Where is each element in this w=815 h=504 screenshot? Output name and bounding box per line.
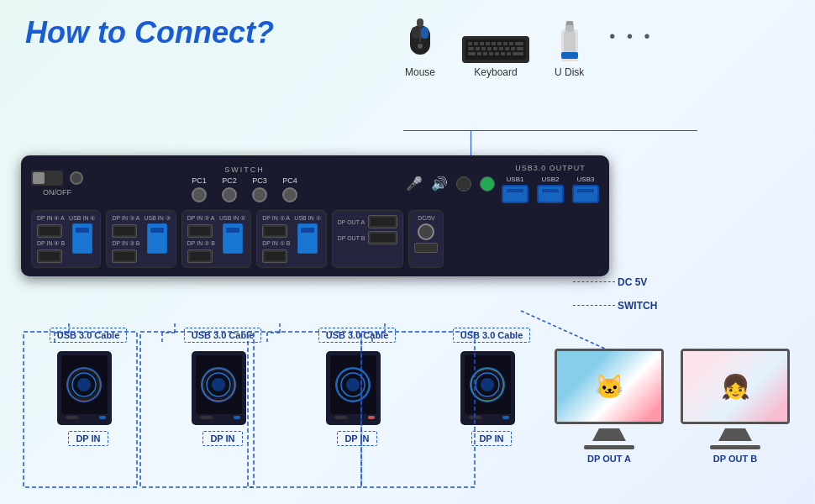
- udisk-peripheral: U Disk: [555, 17, 584, 78]
- pc-groups-section: USB 3.0 Cable DP IN USB 3.0 Cable: [21, 328, 559, 446]
- dp-out-a-label: DP OUT A: [338, 219, 365, 225]
- monitor-a-label: DP OUT A: [587, 454, 631, 464]
- svg-point-69: [481, 378, 494, 391]
- mouse-label: Mouse: [405, 66, 435, 78]
- pc4-usb-column: USB IN ④: [69, 215, 95, 263]
- pc2-usb-label: USB IN ②: [219, 215, 245, 222]
- dc5v-annotation: DC 5V: [618, 276, 647, 288]
- power-switch[interactable]: [31, 171, 63, 186]
- pc1-dpb-label: DP IN ① B: [262, 240, 290, 247]
- usb3-label: USB3: [577, 176, 595, 183]
- svg-point-61: [346, 378, 360, 391]
- svg-rect-35: [564, 32, 576, 53]
- pc4-dpa-port: [37, 224, 62, 238]
- svg-rect-63: [368, 416, 375, 419]
- pc4-button[interactable]: [282, 187, 297, 202]
- svg-point-2: [418, 44, 423, 49]
- pc2-module: DP IN ② A DP IN ② B USB IN ②: [181, 210, 251, 268]
- pc3-dp-column: DP IN ③ A DP IN ③ B: [112, 215, 139, 263]
- usb-output-label: USB3.0 OUTPUT: [515, 164, 586, 172]
- pc1-usb-column: USB IN ①: [294, 215, 320, 263]
- dots-icon: • • •: [609, 27, 653, 46]
- svg-rect-71: [502, 416, 509, 419]
- keyboard-icon: [462, 36, 529, 63]
- svg-point-52: [212, 378, 225, 391]
- pc1-dpa-label: DP IN ① A: [262, 215, 290, 222]
- kvm-device: ON/OFF SWITCH PC1 PC2 PC3 PC4: [21, 155, 609, 276]
- switch-label: SWITCH: [90, 165, 399, 174]
- monitor-b-image: 👧: [683, 351, 787, 422]
- switch-pc2[interactable]: PC2: [222, 176, 237, 202]
- power-label: ON/OFF: [43, 188, 71, 197]
- pc2-group: USB 3.0 Cable DP IN: [290, 328, 424, 446]
- switch-pc1[interactable]: PC1: [192, 176, 207, 202]
- pc3-dpb-port: [112, 249, 137, 263]
- pc1-usb-label: USB IN ①: [294, 215, 320, 222]
- dp-out-b-port: [368, 231, 397, 244]
- pc3-label: PC3: [252, 176, 267, 185]
- svg-rect-26: [468, 52, 476, 55]
- pc1-group: USB 3.0 Cable DP IN: [424, 328, 559, 446]
- svg-rect-17: [468, 47, 474, 50]
- monitor-b-label: DP OUT B: [713, 454, 757, 464]
- svg-rect-27: [477, 52, 481, 55]
- pc4-group: USB 3.0 Cable DP IN: [21, 328, 155, 446]
- pc3-dpa-label: DP IN ③ A: [112, 215, 139, 222]
- power-knob: [33, 172, 45, 184]
- svg-rect-21: [493, 47, 497, 50]
- dp-out-b-row: DP OUT B: [338, 231, 398, 244]
- svg-rect-4: [421, 27, 429, 39]
- mouse-icon: [403, 17, 437, 63]
- pc4-cable-label: USB 3.0 Cable: [50, 328, 128, 343]
- monitor-a-image: 🐱: [557, 351, 661, 422]
- svg-rect-38: [566, 21, 573, 25]
- dp-out-a-port: [368, 215, 397, 228]
- svg-rect-13: [497, 42, 502, 45]
- pc2-tower-icon: [322, 347, 393, 427]
- switch-pc3[interactable]: PC3: [252, 176, 267, 202]
- pc4-dp-in-label: DP IN: [68, 431, 108, 446]
- pc3-usb-port: [147, 223, 167, 254]
- switch-line: [573, 305, 615, 306]
- monitor-b-base: [710, 445, 760, 449]
- svg-rect-44: [66, 416, 78, 419]
- dc-label: DC/5V: [418, 215, 435, 221]
- udisk-icon: [557, 17, 582, 63]
- pc4-label: PC4: [282, 176, 297, 185]
- usb-output-section: USB3.0 OUTPUT USB1 USB2 USB3: [502, 164, 599, 203]
- pc2-dpa-label: DP IN ② A: [187, 215, 215, 222]
- usb1-label: USB1: [507, 176, 524, 183]
- pc2-dpb-label: DP IN ② B: [187, 240, 215, 247]
- pc1-usb-port: [297, 223, 318, 254]
- pc4-dpb-port: [37, 249, 62, 263]
- svg-rect-37: [561, 52, 578, 59]
- device-bottom-row: DP IN ④ A DP IN ④ B USB IN ④ DP IN ③ A D…: [31, 210, 599, 268]
- pc3-button[interactable]: [252, 187, 267, 202]
- audio-section: 🎤 🔊: [406, 176, 495, 192]
- dc-port: [418, 223, 434, 240]
- page-title: How to Connect?: [25, 15, 274, 50]
- pc3-dpa-port: [112, 224, 137, 238]
- switch-annotation: SWITCH: [618, 300, 657, 312]
- usb-ports-row: USB1 USB2 USB3: [502, 176, 599, 203]
- dp-out-b-label: DP OUT B: [338, 235, 365, 241]
- svg-rect-53: [200, 416, 213, 419]
- pc2-dp-in-label: DP IN: [337, 431, 376, 446]
- pc3-dpb-label: DP IN ③ B: [112, 240, 139, 247]
- switch-pc4[interactable]: PC4: [282, 176, 297, 202]
- monitor-b-screen: 👧: [681, 349, 790, 424]
- svg-rect-32: [507, 52, 511, 55]
- pc1-tower-icon: [456, 347, 528, 427]
- pc3-usb-column: USB IN ③: [145, 215, 171, 263]
- svg-rect-18: [476, 47, 480, 50]
- pc1-button[interactable]: [192, 187, 207, 202]
- mouse-peripheral: Mouse: [403, 17, 437, 78]
- dp-out-module: DP OUT A DP OUT B: [332, 210, 404, 268]
- pc2-usb-port: [223, 223, 243, 254]
- pc2-button[interactable]: [222, 187, 237, 202]
- pc3-usb-label: USB IN ③: [145, 215, 171, 222]
- usb3-port: [572, 185, 599, 203]
- audio-port-1: [456, 176, 471, 192]
- svg-rect-15: [509, 42, 513, 45]
- connection-line-horizontal: [403, 130, 697, 131]
